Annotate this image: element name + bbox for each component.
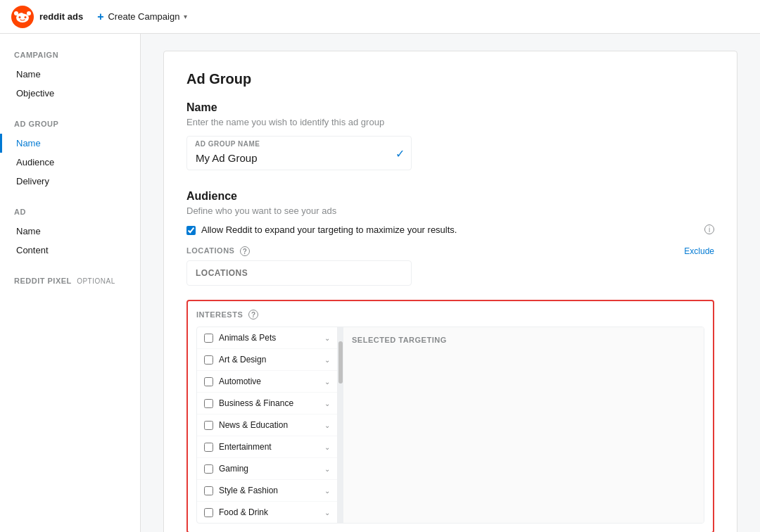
chevron-down-icon: ⌄	[324, 334, 330, 342]
svg-point-2	[19, 16, 21, 18]
sidebar-ad-title: AD	[0, 208, 140, 216]
interest-checkbox-food[interactable]	[204, 508, 213, 517]
expand-targeting-info-icon[interactable]: i	[704, 224, 714, 234]
interest-item-art[interactable]: Art & Design ⌄	[197, 349, 337, 371]
expand-targeting-row: Allow Reddit to expand your targeting to…	[186, 224, 714, 235]
exclude-link[interactable]: Exclude	[684, 246, 714, 256]
sidebar-item-ad-name[interactable]: Name	[0, 222, 140, 241]
sidebar-item-adgroup-audience[interactable]: Audience	[0, 153, 140, 172]
sidebar-item-adgroup-delivery[interactable]: Delivery	[0, 172, 140, 191]
interest-item-news[interactable]: News & Education ⌄	[197, 414, 337, 436]
brand-name: reddit ads	[39, 11, 83, 22]
interests-box: INTERESTS ? Animals & Pets	[186, 300, 714, 532]
interests-list: Animals & Pets ⌄ Art & Design ⌄	[197, 327, 338, 523]
name-field-group: Name Enter the name you wish to identify…	[186, 101, 714, 170]
svg-point-8	[27, 11, 31, 15]
interest-checkbox-business[interactable]	[204, 399, 213, 408]
interest-checkbox-news[interactable]	[204, 421, 213, 430]
ad-group-name-input-wrapper: AD GROUP NAME ✓	[186, 136, 412, 170]
name-field-title: Name	[186, 101, 714, 114]
chevron-down-icon: ⌄	[324, 400, 330, 407]
page-title: Ad Group	[186, 71, 714, 87]
chevron-down-icon: ⌄	[324, 378, 330, 386]
sidebar-pixel-section: REDDIT PIXEL OPTIONAL	[0, 277, 140, 285]
interest-checkbox-style[interactable]	[204, 486, 213, 495]
interest-item-gaming[interactable]: Gaming ⌄	[197, 458, 337, 480]
sidebar-item-campaign-objective[interactable]: Objective	[0, 84, 140, 103]
chevron-down-icon: ⌄	[324, 356, 330, 364]
logo-area: reddit ads	[11, 6, 83, 28]
chevron-down-icon: ⌄	[324, 465, 330, 473]
sidebar-campaign-section: CAMPAIGN Name Objective	[0, 51, 140, 103]
interest-item-business[interactable]: Business & Finance ⌄	[197, 393, 337, 414]
interest-item-food[interactable]: Food & Drink ⌄	[197, 502, 337, 523]
locations-input[interactable]	[186, 260, 412, 286]
expand-targeting-checkbox[interactable]	[186, 226, 196, 235]
interests-info-icon[interactable]: ?	[248, 310, 258, 319]
scrollbar[interactable]	[338, 327, 343, 523]
sidebar-adgroup-section: AD GROUP Name Audience Delivery	[0, 120, 140, 191]
reddit-logo-icon	[11, 6, 34, 28]
interest-checkbox-animals[interactable]	[204, 334, 213, 343]
audience-title: Audience	[186, 190, 714, 203]
main-content: Ad Group Name Enter the name you wish to…	[141, 34, 760, 532]
chevron-down-icon: ⌄	[324, 443, 330, 451]
top-nav: reddit ads + Create Campaign ▾	[0, 0, 760, 34]
locations-label: LOCATIONS ?	[186, 246, 250, 256]
create-campaign-button[interactable]: + Create Campaign ▾	[97, 11, 187, 23]
interest-checkbox-gaming[interactable]	[204, 464, 213, 474]
interest-item-automotive[interactable]: Automotive ⌄	[197, 371, 337, 393]
optional-label: OPTIONAL	[77, 277, 115, 285]
chevron-down-icon: ⌄	[324, 422, 330, 429]
svg-point-3	[25, 16, 27, 18]
chevron-down-icon: ⌄	[324, 487, 330, 495]
audience-description: Define who you want to see your ads	[186, 205, 714, 216]
sidebar: CAMPAIGN Name Objective AD GROUP Name Au…	[0, 34, 141, 532]
locations-info-icon[interactable]: ?	[240, 246, 250, 256]
ad-group-section: Ad Group Name Enter the name you wish to…	[163, 51, 737, 532]
interest-item-entertainment[interactable]: Entertainment ⌄	[197, 436, 337, 458]
interest-item-style[interactable]: Style & Fashion ⌄	[197, 480, 337, 502]
sidebar-item-ad-content[interactable]: Content	[0, 241, 140, 260]
chevron-down-icon: ⌄	[324, 509, 330, 517]
svg-point-7	[14, 11, 18, 15]
page-layout: CAMPAIGN Name Objective AD GROUP Name Au…	[0, 34, 760, 532]
expand-targeting-label: Allow Reddit to expand your targeting to…	[201, 224, 696, 235]
interest-checkbox-entertainment[interactable]	[204, 443, 213, 452]
audience-section: Audience Define who you want to see your…	[186, 190, 714, 532]
scroll-thumb	[338, 341, 343, 384]
sidebar-pixel-title: REDDIT PIXEL OPTIONAL	[0, 277, 140, 285]
sidebar-campaign-title: CAMPAIGN	[0, 51, 140, 59]
create-campaign-label: Create Campaign	[108, 11, 179, 22]
plus-icon: +	[97, 11, 103, 23]
interest-checkbox-automotive[interactable]	[204, 377, 213, 386]
interests-content: Animals & Pets ⌄ Art & Design ⌄	[196, 327, 704, 524]
name-field-description: Enter the name you wish to identify this…	[186, 117, 714, 127]
interests-header: INTERESTS ?	[196, 310, 704, 319]
selected-targeting-panel: SELECTED TARGETING	[343, 327, 704, 523]
interest-item-animals[interactable]: Animals & Pets ⌄	[197, 327, 337, 349]
sidebar-adgroup-title: AD GROUP	[0, 120, 140, 128]
sidebar-ad-section: AD Name Content	[0, 208, 140, 260]
sidebar-item-campaign-name[interactable]: Name	[0, 65, 140, 84]
selected-targeting-title: SELECTED TARGETING	[352, 336, 695, 344]
sidebar-item-adgroup-name[interactable]: Name	[0, 134, 140, 153]
locations-header: LOCATIONS ? Exclude	[186, 246, 714, 256]
interest-checkbox-art[interactable]	[204, 355, 213, 365]
ad-group-name-floating-label: AD GROUP NAME	[195, 140, 260, 148]
input-check-icon: ✓	[395, 146, 405, 160]
dropdown-arrow-icon: ▾	[184, 13, 187, 20]
